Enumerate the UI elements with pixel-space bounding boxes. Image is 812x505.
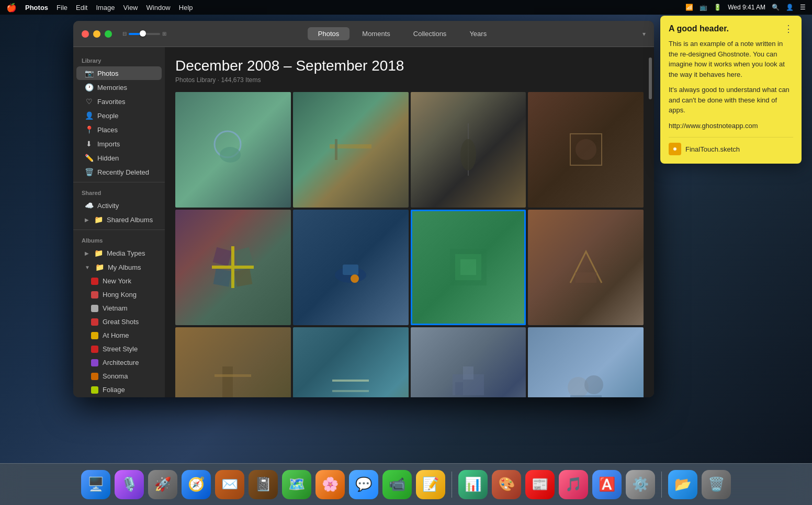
user-icon[interactable]: 👤 (786, 4, 794, 11)
sidebar-item-new-york[interactable]: New York (76, 274, 162, 288)
sidebar-item-my-albums[interactable]: ▼ 📁 My Albums (76, 260, 162, 274)
chevron-down-icon[interactable]: ▾ (642, 30, 646, 38)
vietnam-icon (91, 305, 98, 312)
sidebar-item-sonoma[interactable]: Sonoma (76, 370, 162, 383)
sidebar-item-birthday[interactable]: Birthday (76, 397, 162, 397)
image-menu[interactable]: Image (96, 4, 115, 12)
app-menu[interactable]: Photos (25, 4, 48, 12)
zoom-slider[interactable]: ⊟ ⊞ (122, 31, 166, 37)
sidebar-item-people[interactable]: 👤 People (76, 109, 162, 122)
photo-cell-9[interactable] (175, 327, 291, 398)
dock-stickies[interactable]: 📝 (416, 470, 445, 499)
dock-maps[interactable]: 🗺️ (282, 470, 311, 499)
sidebar-item-places[interactable]: 📍 Places (76, 123, 162, 136)
control-center-icon[interactable]: ☰ (800, 4, 806, 11)
sidebar-item-imports[interactable]: ⬇ Imports (76, 137, 162, 151)
title-month-end: September (296, 58, 367, 74)
sidebar-item-great-shots[interactable]: Great Shots (76, 315, 162, 328)
photo-cell-4[interactable] (528, 92, 644, 208)
photo-cell-3[interactable] (411, 92, 526, 208)
title-separator: – (284, 58, 296, 74)
sidebar-item-street-style[interactable]: Street Style (76, 342, 162, 355)
dock: 🖥️ 🎙️ 🚀 🧭 ✉️ 📓 🗺️ 🌸 💬 📹 📝 📊 🎨 📰 🎵 (0, 463, 812, 505)
file-menu[interactable]: File (57, 4, 67, 12)
sidebar-item-shared-albums[interactable]: ▶ 📁 Shared Albums (76, 213, 162, 226)
tab-years[interactable]: Years (459, 27, 497, 40)
memories-icon: 🕐 (85, 83, 93, 91)
dock-files[interactable]: 📂 (668, 470, 697, 499)
sidebar-item-recently-deleted[interactable]: 🗑️ Recently Deleted (76, 165, 162, 179)
dock-photos[interactable]: 🌸 (315, 470, 345, 499)
ghostnote-link[interactable]: http://www.ghostnoteapp.com (669, 121, 793, 131)
sidebar-label-recently-deleted: Recently Deleted (97, 168, 149, 176)
sidebar-item-media-types[interactable]: ▶ 📁 Media Types (76, 246, 162, 260)
svg-rect-22 (215, 374, 251, 377)
tab-photos[interactable]: Photos (308, 27, 349, 40)
maps-icon: 🗺️ (288, 476, 305, 492)
slider-thumb[interactable] (140, 30, 146, 37)
sonoma-icon (91, 373, 98, 380)
close-button[interactable] (82, 30, 89, 38)
hidden-icon: ✏️ (85, 154, 93, 162)
photo-cell-1[interactable] (175, 92, 291, 208)
dock-appstore[interactable]: 🅰️ (592, 470, 622, 499)
sidebar-item-activity[interactable]: ☁️ Activity (76, 199, 162, 212)
photo-cell-8[interactable] (528, 210, 644, 325)
scroll-handle[interactable] (649, 58, 652, 99)
sidebar-item-hidden[interactable]: ✏️ Hidden (76, 151, 162, 165)
clock: Wed 9:41 AM (728, 4, 765, 11)
sidebar-item-memories[interactable]: 🕐 Memories (76, 81, 162, 94)
search-icon[interactable]: 🔍 (772, 4, 780, 11)
dock-siri[interactable]: 🎙️ (115, 470, 144, 499)
menubar: 🍎 Photos File Edit Image View Window Hel… (0, 0, 812, 15)
sidebar-label-places: Places (97, 126, 118, 134)
sidebar-item-photos[interactable]: 📷 Photos (76, 66, 162, 80)
dock-safari[interactable]: 🧭 (182, 470, 211, 499)
tab-collections[interactable]: Collections (403, 27, 457, 40)
sidebar-label-vietnam: Vietnam (103, 304, 127, 312)
sidebar-item-vietnam[interactable]: Vietnam (76, 302, 162, 315)
dock-numbers[interactable]: 📊 (458, 470, 488, 499)
main-content[interactable]: December 2008 – September 2018 Photos Li… (165, 47, 654, 397)
fullscreen-button[interactable] (105, 30, 112, 38)
sidebar-item-favorites[interactable]: ♡ Favorites (76, 95, 162, 108)
photo-cell-12[interactable] (528, 327, 644, 398)
view-menu[interactable]: View (123, 4, 138, 12)
photo-cell-10[interactable] (293, 327, 409, 398)
dock-mail[interactable]: ✉️ (215, 470, 244, 499)
window-menu[interactable]: Window (146, 4, 171, 12)
photo-cell-7[interactable] (411, 210, 526, 325)
photo-image-8 (528, 210, 644, 325)
dock-music[interactable]: 🎵 (559, 470, 588, 499)
ghostnote-footer: FinalTouch.sketch (669, 137, 793, 155)
photo-cell-11[interactable] (411, 327, 526, 398)
ghostnote-menu-button[interactable]: ⋮ (784, 24, 793, 33)
media-types-arrow: ▶ (85, 250, 89, 256)
dock-keynote[interactable]: 🎨 (492, 470, 521, 499)
svg-rect-20 (576, 272, 596, 283)
help-menu[interactable]: Help (179, 4, 193, 12)
svg-rect-9 (234, 247, 253, 267)
dock-launchpad[interactable]: 🚀 (148, 470, 177, 499)
apple-menu[interactable]: 🍎 (6, 3, 17, 13)
sidebar-item-hong-kong[interactable]: Hong Kong (76, 288, 162, 301)
photo-cell-6[interactable] (293, 210, 409, 325)
dock-trash[interactable]: 🗑️ (702, 470, 731, 499)
dock-facetime[interactable]: 📹 (382, 470, 412, 499)
dock-messages[interactable]: 💬 (349, 470, 378, 499)
traffic-lights (82, 30, 112, 38)
wifi-icon: 📶 (685, 4, 693, 11)
tab-moments[interactable]: Moments (352, 27, 400, 40)
photo-cell-5[interactable] (175, 210, 291, 325)
sidebar-item-foliage[interactable]: Foliage (76, 383, 162, 396)
safari-icon: 🧭 (188, 476, 205, 492)
dock-notes[interactable]: 📓 (249, 470, 278, 499)
dock-news[interactable]: 📰 (525, 470, 555, 499)
photo-cell-2[interactable] (293, 92, 409, 208)
dock-finder[interactable]: 🖥️ (81, 470, 110, 499)
sidebar-item-at-home[interactable]: At Home (76, 329, 162, 342)
sidebar-item-architecture[interactable]: Architecture (76, 356, 162, 369)
dock-system-prefs[interactable]: ⚙️ (626, 470, 655, 499)
minimize-button[interactable] (93, 30, 100, 38)
edit-menu[interactable]: Edit (76, 4, 87, 12)
